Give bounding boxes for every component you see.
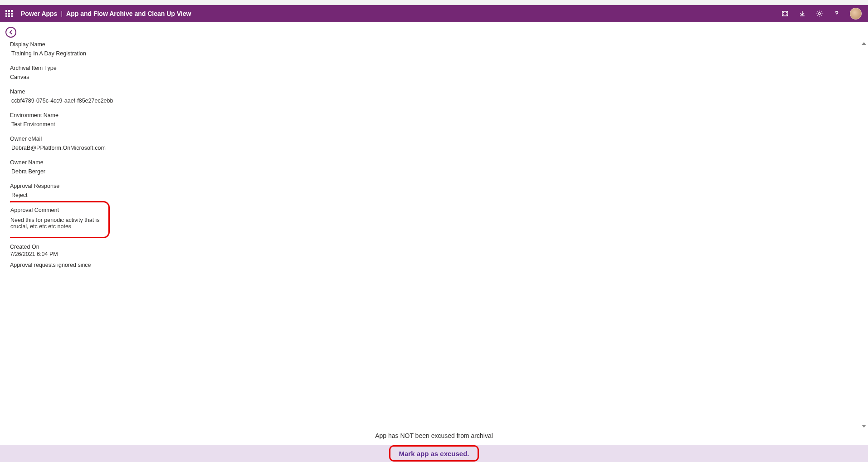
label-approval-comment: Approval Comment (10, 207, 104, 213)
field-owner-email: Owner eMail DebraB@PPlatform.OnMicrosoft… (10, 136, 855, 151)
value-name: ccbf4789-075c-4cc9-aaef-f85e27ec2ebb (10, 98, 855, 104)
settings-icon[interactable] (815, 10, 824, 18)
scroll-up-icon[interactable] (862, 42, 866, 45)
field-name: Name ccbf4789-075c-4cc9-aaef-f85e27ec2eb… (10, 88, 855, 104)
label-archival-item-type: Archival Item Type (10, 65, 855, 71)
app-header: Power Apps | App and Flow Archive and Cl… (0, 5, 868, 22)
browser-chrome-strip (0, 0, 868, 5)
value-approval-comment: Need this for periodic activity that is … (10, 217, 104, 230)
label-display-name: Display Name (10, 41, 855, 48)
header-title: Power Apps | App and Flow Archive and Cl… (21, 10, 191, 17)
value-created-on: 7/26/2021 6:04 PM (10, 251, 855, 257)
help-icon[interactable] (833, 10, 841, 18)
field-approval-response: Approval Response Reject (10, 183, 855, 198)
app-canvas: Display Name Training In A Day Registrat… (0, 22, 868, 462)
value-approval-response: Reject (10, 192, 855, 198)
label-owner-email: Owner eMail (10, 136, 855, 142)
label-name: Name (10, 88, 855, 95)
field-approval-comment: Approval Comment Need this for periodic … (10, 207, 104, 230)
field-environment-name: Environment Name Test Environment (10, 112, 855, 128)
product-name[interactable]: Power Apps (21, 10, 57, 17)
title-separator: | (61, 10, 63, 17)
archival-status-message: App has NOT been excused from archival (0, 432, 868, 439)
scroll-down-icon[interactable] (862, 425, 866, 428)
header-actions (781, 8, 864, 20)
form-area: Display Name Training In A Day Registrat… (10, 41, 855, 428)
label-created-on: Created On (10, 244, 855, 250)
svg-point-1 (819, 13, 820, 15)
field-created-on: Created On 7/26/2021 6:04 PM (10, 244, 855, 257)
approval-comment-highlight: Approval Comment Need this for periodic … (10, 201, 110, 238)
fit-screen-icon[interactable] (781, 10, 789, 18)
download-icon[interactable] (798, 10, 806, 18)
value-owner-name: Debra Berger (10, 168, 855, 175)
scrollbar[interactable] (861, 42, 867, 428)
value-environment-name: Test Environment (10, 121, 855, 128)
action-bar: Mark app as excused. (0, 445, 868, 462)
field-archival-item-type: Archival Item Type Canvas (10, 65, 855, 80)
value-display-name: Training In A Day Registration (10, 50, 855, 57)
label-environment-name: Environment Name (10, 112, 855, 118)
user-avatar[interactable] (850, 8, 862, 20)
back-button[interactable] (5, 27, 16, 38)
value-owner-email: DebraB@PPlatform.OnMicrosoft.com (10, 145, 855, 151)
action-highlight: Mark app as excused. (389, 445, 478, 462)
field-display-name: Display Name Training In A Day Registrat… (10, 41, 855, 57)
value-archival-item-type: Canvas (10, 74, 855, 80)
field-owner-name: Owner Name Debra Berger (10, 159, 855, 175)
field-ignored-since: Approval requests ignored since (10, 262, 855, 268)
waffle-icon[interactable] (4, 8, 15, 19)
label-approval-response: Approval Response (10, 183, 855, 189)
label-ignored-since: Approval requests ignored since (10, 262, 855, 268)
mark-excused-button[interactable]: Mark app as excused. (394, 448, 473, 459)
page-title: App and Flow Archive and Clean Up View (66, 10, 191, 17)
label-owner-name: Owner Name (10, 159, 855, 166)
